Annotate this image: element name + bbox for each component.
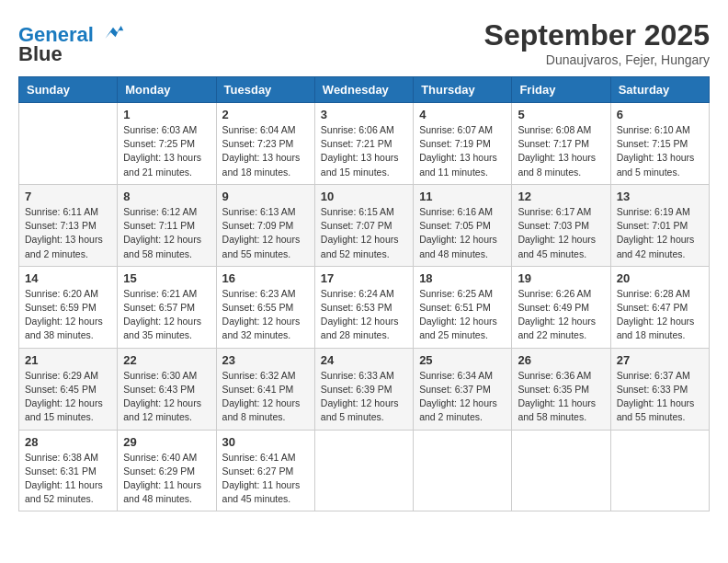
calendar-cell: 2Sunrise: 6:04 AMSunset: 7:23 PMDaylight… [216, 103, 314, 185]
weekday-header-tuesday: Tuesday [216, 77, 314, 103]
calendar-table: SundayMondayTuesdayWednesdayThursdayFrid… [18, 76, 710, 511]
svg-marker-0 [105, 26, 123, 39]
day-info: Sunrise: 6:37 AMSunset: 6:33 PMDaylight:… [617, 369, 703, 425]
calendar-cell: 18Sunrise: 6:25 AMSunset: 6:51 PMDayligh… [414, 266, 512, 348]
weekday-header-friday: Friday [512, 77, 610, 103]
calendar-cell: 23Sunrise: 6:32 AMSunset: 6:41 PMDayligh… [216, 348, 314, 430]
day-number: 22 [123, 353, 210, 367]
calendar-cell: 19Sunrise: 6:26 AMSunset: 6:49 PMDayligh… [512, 266, 610, 348]
calendar-cell: 24Sunrise: 6:33 AMSunset: 6:39 PMDayligh… [314, 348, 413, 430]
day-info: Sunrise: 6:06 AMSunset: 7:21 PMDaylight:… [321, 123, 407, 179]
weekday-header-thursday: Thursday [414, 77, 512, 103]
day-info: Sunrise: 6:32 AMSunset: 6:41 PMDaylight:… [222, 369, 309, 425]
calendar-week-row: 28Sunrise: 6:38 AMSunset: 6:31 PMDayligh… [19, 430, 710, 511]
day-info: Sunrise: 6:19 AMSunset: 7:01 PMDaylight:… [617, 205, 703, 261]
weekday-header-saturday: Saturday [610, 77, 709, 103]
calendar-week-row: 21Sunrise: 6:29 AMSunset: 6:45 PMDayligh… [19, 348, 710, 430]
calendar-cell: 1Sunrise: 6:03 AMSunset: 7:25 PMDaylight… [118, 103, 216, 185]
day-info: Sunrise: 6:16 AMSunset: 7:05 PMDaylight:… [419, 205, 506, 261]
day-info: Sunrise: 6:29 AMSunset: 6:45 PMDaylight:… [25, 369, 111, 425]
day-number: 25 [419, 353, 506, 367]
calendar-cell: 14Sunrise: 6:20 AMSunset: 6:59 PMDayligh… [19, 266, 118, 348]
day-info: Sunrise: 6:25 AMSunset: 6:51 PMDaylight:… [419, 287, 506, 343]
calendar-cell: 25Sunrise: 6:34 AMSunset: 6:37 PMDayligh… [414, 348, 512, 430]
day-info: Sunrise: 6:21 AMSunset: 6:57 PMDaylight:… [123, 287, 210, 343]
day-info: Sunrise: 6:15 AMSunset: 7:07 PMDaylight:… [321, 205, 407, 261]
weekday-header-row: SundayMondayTuesdayWednesdayThursdayFrid… [19, 77, 710, 103]
weekday-header-monday: Monday [118, 77, 216, 103]
calendar-week-row: 1Sunrise: 6:03 AMSunset: 7:25 PMDaylight… [19, 103, 710, 185]
calendar-week-row: 14Sunrise: 6:20 AMSunset: 6:59 PMDayligh… [19, 266, 710, 348]
calendar-cell: 27Sunrise: 6:37 AMSunset: 6:33 PMDayligh… [610, 348, 709, 430]
day-number: 13 [617, 190, 703, 203]
day-number: 16 [222, 271, 309, 285]
day-info: Sunrise: 6:07 AMSunset: 7:19 PMDaylight:… [419, 123, 506, 179]
day-number: 4 [419, 108, 506, 121]
day-info: Sunrise: 6:30 AMSunset: 6:43 PMDaylight:… [123, 369, 210, 425]
title-block: September 2025 Dunaujvaros, Fejer, Hunga… [484, 18, 710, 67]
calendar-cell: 12Sunrise: 6:17 AMSunset: 7:03 PMDayligh… [512, 184, 610, 266]
day-info: Sunrise: 6:08 AMSunset: 7:17 PMDaylight:… [518, 123, 604, 179]
day-number: 20 [617, 271, 703, 285]
month-title: September 2025 [484, 18, 710, 52]
calendar-cell: 7Sunrise: 6:11 AMSunset: 7:13 PMDaylight… [19, 184, 118, 266]
calendar-cell: 30Sunrise: 6:41 AMSunset: 6:27 PMDayligh… [216, 430, 314, 511]
calendar-cell: 8Sunrise: 6:12 AMSunset: 7:11 PMDaylight… [118, 184, 216, 266]
calendar-week-row: 7Sunrise: 6:11 AMSunset: 7:13 PMDaylight… [19, 184, 710, 266]
day-number: 9 [222, 190, 309, 203]
day-number: 11 [419, 190, 506, 203]
day-number: 29 [123, 435, 210, 449]
weekday-header-wednesday: Wednesday [314, 77, 413, 103]
calendar-cell: 11Sunrise: 6:16 AMSunset: 7:05 PMDayligh… [414, 184, 512, 266]
weekday-header-sunday: Sunday [19, 77, 118, 103]
calendar-cell: 4Sunrise: 6:07 AMSunset: 7:19 PMDaylight… [414, 103, 512, 185]
page-header: General Blue September 2025 Dunaujvaros,… [18, 18, 710, 67]
calendar-cell [414, 430, 512, 511]
day-number: 21 [25, 353, 111, 367]
day-number: 24 [321, 353, 407, 367]
day-number: 3 [321, 108, 407, 121]
day-info: Sunrise: 6:40 AMSunset: 6:29 PMDaylight:… [123, 451, 210, 507]
day-number: 27 [617, 353, 703, 367]
calendar-cell: 6Sunrise: 6:10 AMSunset: 7:15 PMDaylight… [610, 103, 709, 185]
day-number: 10 [321, 190, 407, 203]
day-info: Sunrise: 6:38 AMSunset: 6:31 PMDaylight:… [25, 451, 111, 507]
location-subtitle: Dunaujvaros, Fejer, Hungary [484, 52, 710, 67]
day-number: 30 [222, 435, 309, 449]
day-info: Sunrise: 6:17 AMSunset: 7:03 PMDaylight:… [518, 205, 604, 261]
day-info: Sunrise: 6:10 AMSunset: 7:15 PMDaylight:… [617, 123, 703, 179]
calendar-cell: 29Sunrise: 6:40 AMSunset: 6:29 PMDayligh… [118, 430, 216, 511]
day-number: 5 [518, 108, 604, 121]
calendar-cell: 15Sunrise: 6:21 AMSunset: 6:57 PMDayligh… [118, 266, 216, 348]
day-number: 1 [123, 108, 210, 121]
day-info: Sunrise: 6:13 AMSunset: 7:09 PMDaylight:… [222, 205, 309, 261]
day-number: 8 [123, 190, 210, 203]
day-info: Sunrise: 6:33 AMSunset: 6:39 PMDaylight:… [321, 369, 407, 425]
calendar-cell: 3Sunrise: 6:06 AMSunset: 7:21 PMDaylight… [314, 103, 413, 185]
day-info: Sunrise: 6:04 AMSunset: 7:23 PMDaylight:… [222, 123, 309, 179]
calendar-cell: 21Sunrise: 6:29 AMSunset: 6:45 PMDayligh… [19, 348, 118, 430]
day-info: Sunrise: 6:11 AMSunset: 7:13 PMDaylight:… [25, 205, 111, 261]
day-number: 7 [25, 190, 111, 203]
day-number: 28 [25, 435, 111, 449]
day-number: 14 [25, 271, 111, 285]
logo: General Blue [18, 23, 125, 66]
day-info: Sunrise: 6:28 AMSunset: 6:47 PMDaylight:… [617, 287, 703, 343]
day-number: 6 [617, 108, 703, 121]
day-info: Sunrise: 6:23 AMSunset: 6:55 PMDaylight:… [222, 287, 309, 343]
day-info: Sunrise: 6:34 AMSunset: 6:37 PMDaylight:… [419, 369, 506, 425]
day-info: Sunrise: 6:03 AMSunset: 7:25 PMDaylight:… [123, 123, 210, 179]
calendar-cell: 9Sunrise: 6:13 AMSunset: 7:09 PMDaylight… [216, 184, 314, 266]
day-info: Sunrise: 6:41 AMSunset: 6:27 PMDaylight:… [222, 451, 309, 507]
calendar-cell: 26Sunrise: 6:36 AMSunset: 6:35 PMDayligh… [512, 348, 610, 430]
day-info: Sunrise: 6:20 AMSunset: 6:59 PMDaylight:… [25, 287, 111, 343]
day-info: Sunrise: 6:26 AMSunset: 6:49 PMDaylight:… [518, 287, 604, 343]
day-number: 18 [419, 271, 506, 285]
calendar-cell: 20Sunrise: 6:28 AMSunset: 6:47 PMDayligh… [610, 266, 709, 348]
day-number: 15 [123, 271, 210, 285]
day-number: 17 [321, 271, 407, 285]
calendar-cell [610, 430, 709, 511]
day-info: Sunrise: 6:24 AMSunset: 6:53 PMDaylight:… [321, 287, 407, 343]
calendar-cell: 22Sunrise: 6:30 AMSunset: 6:43 PMDayligh… [118, 348, 216, 430]
day-number: 12 [518, 190, 604, 203]
